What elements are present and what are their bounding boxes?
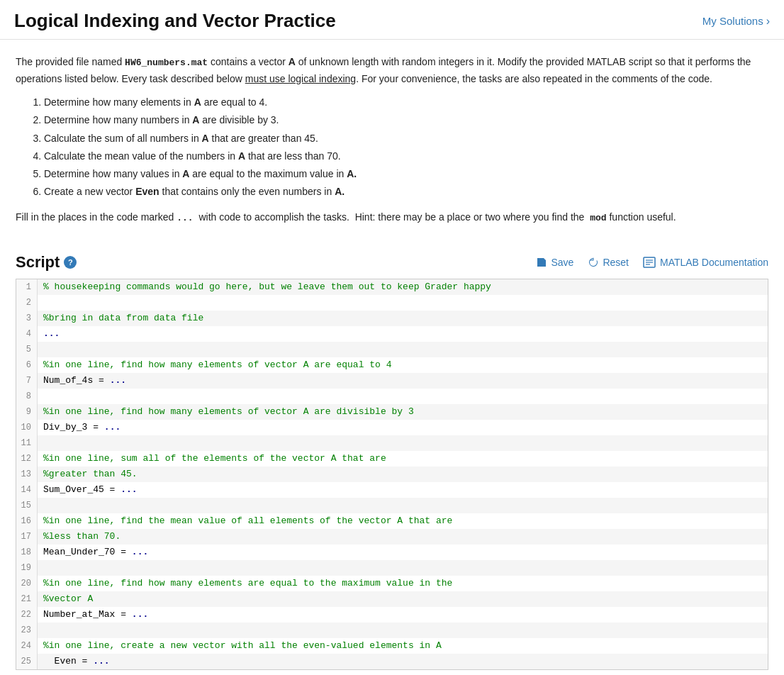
- line-number: 5: [16, 342, 38, 357]
- page-title: Logical Indexing and Vector Practice: [14, 10, 336, 32]
- list-item: Determine how many numbers in A are divi…: [44, 111, 768, 129]
- table-row: 14Sum_Over_45 = ...: [16, 482, 768, 498]
- description-para1: The provided file named HW6_numbers.mat …: [16, 54, 768, 87]
- reset-icon: [588, 257, 599, 268]
- header: Logical Indexing and Vector Practice My …: [0, 0, 784, 40]
- line-content[interactable]: % housekeeping commands would go here, b…: [38, 279, 768, 295]
- hint-para: Fill in the places in the code marked ..…: [16, 209, 768, 226]
- table-row: 11: [16, 435, 768, 451]
- line-number: 21: [16, 591, 38, 607]
- table-row: 21%vector A: [16, 591, 768, 607]
- save-label: Save: [551, 257, 573, 268]
- line-number: 16: [16, 513, 38, 529]
- table-row: 6%in one line, find how many elements of…: [16, 357, 768, 373]
- line-content[interactable]: [38, 623, 768, 638]
- line-content[interactable]: Number_at_Max = ...: [38, 607, 768, 623]
- line-number: 14: [16, 482, 38, 498]
- script-section: Script ? Save Reset: [0, 246, 784, 675]
- line-content[interactable]: [38, 498, 768, 513]
- script-title: Script: [16, 253, 60, 272]
- script-title-group: Script ?: [16, 253, 77, 272]
- table-row: 7Num_of_4s = ...: [16, 373, 768, 389]
- reset-button[interactable]: Reset: [588, 257, 629, 268]
- line-number: 9: [16, 404, 38, 420]
- line-content[interactable]: %greater than 45.: [38, 467, 768, 482]
- list-item: Create a new vector Even that contains o…: [44, 183, 768, 201]
- matlab-doc-button[interactable]: MATLAB Documentation: [643, 257, 768, 268]
- line-content[interactable]: %in one line, sum all of the elements of…: [38, 451, 768, 467]
- line-content[interactable]: [38, 560, 768, 576]
- line-content[interactable]: %in one line, find the mean value of all…: [38, 513, 768, 529]
- line-number: 25: [16, 654, 38, 669]
- reset-label: Reset: [603, 257, 629, 268]
- line-content[interactable]: ...: [38, 326, 768, 342]
- line-number: 3: [16, 311, 38, 326]
- line-content[interactable]: [38, 389, 768, 404]
- table-row: 18Mean_Under_70 = ...: [16, 545, 768, 560]
- my-solutions-label: My Solutions: [702, 15, 763, 27]
- line-content[interactable]: %less than 70.: [38, 529, 768, 545]
- line-number: 8: [16, 389, 38, 404]
- line-number: 15: [16, 498, 38, 513]
- line-content[interactable]: %vector A: [38, 591, 768, 607]
- line-content[interactable]: %in one line, create a new vector with a…: [38, 638, 768, 654]
- code-editor[interactable]: 1% housekeeping commands would go here, …: [16, 279, 768, 670]
- table-row: 1% housekeeping commands would go here, …: [16, 279, 768, 295]
- table-row: 22Number_at_Max = ...: [16, 607, 768, 623]
- script-help-icon[interactable]: ?: [64, 256, 77, 269]
- line-number: 24: [16, 638, 38, 654]
- save-button[interactable]: Save: [536, 257, 573, 268]
- table-row: 9%in one line, find how many elements of…: [16, 404, 768, 420]
- table-row: 2: [16, 295, 768, 311]
- line-number: 23: [16, 623, 38, 638]
- line-content[interactable]: Even = ...: [38, 654, 768, 669]
- table-row: 10Div_by_3 = ...: [16, 420, 768, 435]
- line-content[interactable]: %in one line, find how many elements are…: [38, 576, 768, 591]
- save-icon: [536, 257, 547, 268]
- line-number: 4: [16, 326, 38, 342]
- table-row: 23: [16, 623, 768, 638]
- matlab-doc-label: MATLAB Documentation: [660, 257, 768, 268]
- line-content[interactable]: Num_of_4s = ...: [38, 373, 768, 389]
- line-number: 1: [16, 279, 38, 295]
- table-row: 4...: [16, 326, 768, 342]
- matlab-doc-icon: [643, 257, 656, 268]
- line-content[interactable]: [38, 435, 768, 451]
- table-row: 13%greater than 45.: [16, 467, 768, 482]
- table-row: 15: [16, 498, 768, 513]
- line-number: 10: [16, 420, 38, 435]
- line-content[interactable]: [38, 295, 768, 311]
- filename-code: HW6_numbers.mat: [125, 57, 208, 68]
- line-content[interactable]: %bring in data from data file: [38, 311, 768, 326]
- must-use-text: must use logical indexing: [245, 73, 356, 84]
- line-number: 2: [16, 295, 38, 311]
- line-content[interactable]: [38, 342, 768, 357]
- table-row: 8: [16, 389, 768, 404]
- script-header: Script ? Save Reset: [16, 253, 768, 272]
- list-item: Calculate the mean value of the numbers …: [44, 147, 768, 165]
- line-number: 6: [16, 357, 38, 373]
- list-item: Calculate the sum of all numbers in A th…: [44, 130, 768, 147]
- table-row: 5: [16, 342, 768, 357]
- line-content[interactable]: %in one line, find how many elements of …: [38, 357, 768, 373]
- table-row: 20%in one line, find how many elements a…: [16, 576, 768, 591]
- line-content[interactable]: Div_by_3 = ...: [38, 420, 768, 435]
- line-number: 7: [16, 373, 38, 389]
- task-list: Determine how many elements in A are equ…: [44, 94, 768, 201]
- table-row: 24%in one line, create a new vector with…: [16, 638, 768, 654]
- content-area: The provided file named HW6_numbers.mat …: [0, 40, 784, 233]
- line-content[interactable]: %in one line, find how many elements of …: [38, 404, 768, 420]
- line-number: 22: [16, 607, 38, 623]
- chevron-right-icon: ›: [766, 15, 770, 28]
- line-number: 20: [16, 576, 38, 591]
- var-a-1: A: [289, 56, 296, 67]
- list-item: Determine how many values in A are equal…: [44, 165, 768, 183]
- dots-code: ...: [177, 213, 193, 223]
- line-content[interactable]: Mean_Under_70 = ...: [38, 545, 768, 560]
- my-solutions-link[interactable]: My Solutions ›: [702, 15, 770, 28]
- list-item: Determine how many elements in A are equ…: [44, 94, 768, 111]
- line-content[interactable]: Sum_Over_45 = ...: [38, 482, 768, 498]
- script-actions: Save Reset MATLAB Documentation: [536, 257, 768, 268]
- line-number: 13: [16, 467, 38, 482]
- table-row: 12%in one line, sum all of the elements …: [16, 451, 768, 467]
